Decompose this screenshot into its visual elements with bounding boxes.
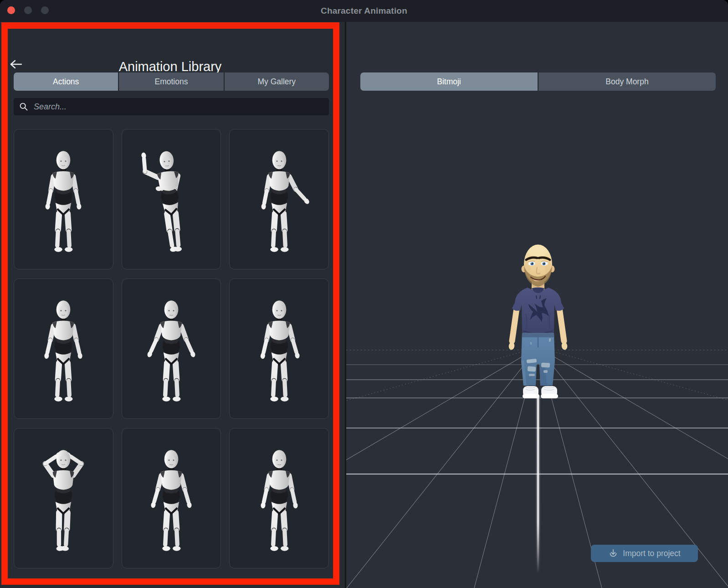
search-input[interactable] <box>33 102 323 112</box>
mannequin-figure <box>240 295 318 409</box>
shoes <box>523 386 558 398</box>
search-box <box>14 98 329 115</box>
animation-thumbnail[interactable] <box>229 279 329 419</box>
viewport: Bitmoji Body Morph Import to project <box>345 22 728 588</box>
bitmoji-character <box>508 245 568 399</box>
import-button-label: Import to project <box>623 549 680 558</box>
viewport-tab-bar: Bitmoji Body Morph <box>360 72 716 91</box>
search-icon <box>19 102 28 111</box>
traffic-lights <box>7 6 49 14</box>
tab-emotions[interactable]: Emotions <box>118 72 223 91</box>
animation-thumbnail[interactable] <box>229 428 329 568</box>
animation-thumbnail[interactable] <box>122 279 221 419</box>
animation-thumbnail[interactable] <box>122 129 221 269</box>
mannequin-figure <box>24 445 103 559</box>
mannequin-figure <box>132 146 210 260</box>
tab-my-gallery[interactable]: My Gallery <box>224 72 329 91</box>
animation-thumbnail[interactable] <box>122 428 221 568</box>
mannequin-figure <box>240 445 318 559</box>
minimize-button[interactable] <box>24 6 32 14</box>
animation-thumbnail[interactable] <box>229 129 329 269</box>
mannequin-figure <box>240 146 318 260</box>
mannequin-figure <box>132 445 210 559</box>
import-to-project-button[interactable]: Import to project <box>591 545 698 562</box>
animation-thumbnail[interactable] <box>14 279 113 419</box>
tab-bitmoji[interactable]: Bitmoji <box>360 72 538 91</box>
axis-line <box>536 396 540 573</box>
animation-thumbnail-grid <box>14 129 329 568</box>
animation-thumbnail[interactable] <box>14 428 113 568</box>
animation-thumbnail[interactable] <box>14 129 113 269</box>
mannequin-figure <box>24 295 103 409</box>
close-button[interactable] <box>7 6 15 14</box>
animation-library-panel: Animation Library Actions Emotions My Ga… <box>0 22 345 588</box>
tab-actions[interactable]: Actions <box>14 72 118 91</box>
tab-body-morph[interactable]: Body Morph <box>538 72 716 91</box>
library-tab-bar: Actions Emotions My Gallery <box>14 72 329 91</box>
window-title: Character Animation <box>0 0 728 22</box>
mannequin-figure <box>24 146 103 260</box>
download-icon <box>608 548 618 558</box>
zoom-button[interactable] <box>41 6 49 14</box>
titlebar: Character Animation <box>0 0 728 22</box>
app-window: Character Animation Animation Library Ac… <box>0 0 728 588</box>
mannequin-figure <box>132 295 210 409</box>
scene-canvas[interactable] <box>346 22 728 588</box>
